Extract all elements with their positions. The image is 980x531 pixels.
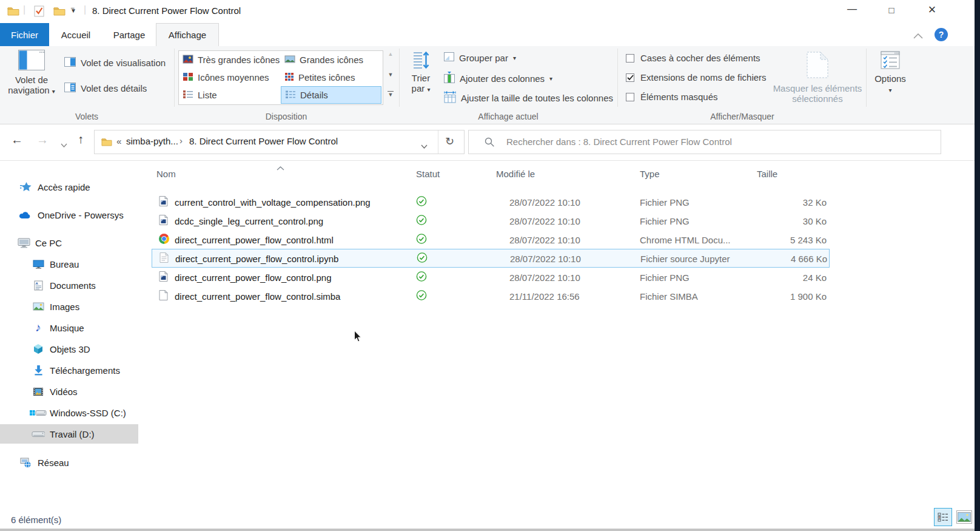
sidebar-label: Objets 3D <box>50 344 90 354</box>
pictures-icon <box>32 300 45 313</box>
file-extensions-option[interactable]: Extensions de noms de fichiers <box>626 72 767 83</box>
group-by-button[interactable]: Grouper par ▾ <box>444 52 516 63</box>
nav-pane-button[interactable]: Volet de navigation ▾ <box>6 50 57 96</box>
qat-customize-caret-icon[interactable]: ▼– <box>70 7 76 14</box>
music-icon: ♪ <box>32 321 45 334</box>
view-medium-icons[interactable]: Icônes moyennes <box>179 69 280 86</box>
options-button[interactable]: Options ▾ <box>871 51 910 95</box>
png-file-icon <box>159 214 168 227</box>
dropdown-caret-icon: ▾ <box>549 75 552 82</box>
breadcrumb-overflow[interactable]: « <box>116 136 121 146</box>
sidebar-item-drive-d[interactable]: Travail (D:) <box>0 424 138 444</box>
file-row[interactable]: direct_current_power_flow_control.simba … <box>152 286 830 305</box>
gallery-scroll-down-icon[interactable]: ▼ <box>386 72 395 78</box>
large-icons-icon <box>284 55 295 65</box>
file-name[interactable]: direct_current_power_flow_control.html <box>175 234 334 245</box>
add-columns-button[interactable]: Ajouter des colonnes ▾ <box>444 72 552 85</box>
sidebar-item-pictures[interactable]: Images <box>0 297 138 316</box>
column-header-status[interactable]: Statut <box>416 169 440 179</box>
up-icon[interactable]: ↑ <box>78 132 84 146</box>
item-checkboxes-option[interactable]: Cases à cocher des éléments <box>626 53 760 63</box>
details-pane-button[interactable]: Volet des détails <box>64 83 147 94</box>
sidebar-item-desktop[interactable]: Bureau <box>0 254 138 274</box>
file-extensions-label: Extensions de noms de fichiers <box>640 72 767 83</box>
preview-pane-label: Volet de visualisation <box>81 58 166 68</box>
checkbox-unchecked-icon[interactable] <box>626 54 634 63</box>
sidebar-item-music[interactable]: ♪ Musique <box>0 318 138 337</box>
file-name[interactable]: direct_current_power_flow_control.simba <box>175 291 340 301</box>
file-name[interactable]: direct_current_power_flow_control.ipynb <box>175 253 338 263</box>
file-name[interactable]: direct_current_power_flow_control.png <box>175 272 331 282</box>
options-label: Options <box>874 73 906 84</box>
file-row[interactable]: dcdc_single_leg_current_control.png 28/0… <box>152 211 830 230</box>
column-header-size[interactable]: Taille <box>757 169 777 179</box>
file-name[interactable]: current_control_with_voltage_compensatio… <box>175 197 371 207</box>
sidebar-item-this-pc[interactable]: Ce PC <box>0 233 138 252</box>
file-row[interactable]: direct_current_power_flow_control.html 2… <box>152 230 830 249</box>
content-divider <box>0 160 975 161</box>
view-details[interactable]: Détails <box>281 86 381 104</box>
tab-partage[interactable]: Partage <box>102 23 156 46</box>
view-small-icons[interactable]: Petites icônes <box>281 69 381 86</box>
sidebar-label: Téléchargements <box>50 365 120 376</box>
sidebar-item-quick-access[interactable]: Accès rapide <box>0 177 138 197</box>
column-header-modified[interactable]: Modifié le <box>496 169 535 179</box>
maximize-button[interactable]: □ <box>878 0 905 22</box>
view-extra-large-icons[interactable]: Très grandes icônes <box>179 51 280 69</box>
sort-ascending-caret-icon[interactable] <box>277 162 284 173</box>
qat-folder-icon[interactable] <box>53 6 65 18</box>
preview-pane-button[interactable]: Volet de visualisation <box>64 57 166 69</box>
group-label-volets: Volets <box>75 112 98 121</box>
breadcrumb-root[interactable]: simba-pyth... <box>126 136 178 146</box>
refresh-icon[interactable]: ↻ <box>445 135 454 148</box>
tab-fichier[interactable]: Fichier <box>0 23 49 46</box>
sidebar-item-network[interactable]: Réseau <box>0 453 138 472</box>
hidden-items-label: Éléments masqués <box>640 92 718 102</box>
file-size: 30 Ko <box>716 215 827 226</box>
sidebar-item-downloads[interactable]: Téléchargements <box>0 360 138 380</box>
file-name[interactable]: dcdc_single_leg_current_control.png <box>175 215 323 226</box>
gallery-more-icon[interactable]: ▼ <box>388 91 394 98</box>
sidebar-label: Documents <box>50 280 96 291</box>
tab-accueil[interactable]: Accueil <box>49 23 102 46</box>
help-icon[interactable]: ? <box>935 28 948 41</box>
file-row-selected[interactable]: direct_current_power_flow_control.ipynb … <box>152 249 830 268</box>
tab-affichage[interactable]: Affichage <box>156 23 219 46</box>
hide-selected-icon <box>806 51 829 81</box>
checkbox-checked-icon[interactable] <box>626 73 634 82</box>
search-box[interactable]: Rechercher dans : 8. Direct Current Powe… <box>468 130 941 154</box>
file-row[interactable]: direct_current_power_flow_control.png 28… <box>152 268 830 286</box>
file-modified: 28/07/2022 10:10 <box>510 253 581 263</box>
sidebar-item-onedrive[interactable]: OneDrive - Powersys <box>0 205 138 225</box>
sidebar-item-3d-objects[interactable]: Objets 3D <box>0 339 138 359</box>
checkbox-unchecked-icon[interactable] <box>626 93 634 101</box>
column-header-name[interactable]: Nom <box>156 169 176 179</box>
sidebar-item-drive-c[interactable]: Windows-SSD (C:) <box>0 403 138 422</box>
qat-confirm-icon[interactable] <box>33 5 45 19</box>
breadcrumb-separator-icon[interactable]: › <box>180 135 183 146</box>
sort-by-button[interactable]: Trier par ▾ <box>403 51 439 95</box>
view-list[interactable]: Liste <box>179 86 280 104</box>
sidebar-item-videos[interactable]: Vidéos <box>0 382 138 401</box>
gallery-scroll-up-icon[interactable]: ▲ <box>386 51 395 57</box>
hide-selected-button[interactable]: Masquer les éléments sélectionnés <box>771 51 864 104</box>
view-large-icons[interactable]: Grandes icônes <box>281 51 381 69</box>
minimize-button[interactable]: — <box>838 0 866 22</box>
back-icon[interactable]: ← <box>11 133 23 147</box>
sidebar-item-documents[interactable]: Documents <box>0 276 138 295</box>
recent-locations-caret-icon[interactable] <box>61 139 67 150</box>
collapse-ribbon-icon[interactable] <box>913 30 923 41</box>
column-header-type[interactable]: Type <box>640 169 660 179</box>
file-row[interactable]: current_control_with_voltage_compensatio… <box>152 192 830 211</box>
breadcrumb-current[interactable]: 8. Direct Current Power Flow Control <box>189 136 338 146</box>
sync-status-icon <box>416 214 427 227</box>
close-button[interactable]: × <box>918 0 946 22</box>
forward-icon[interactable]: → <box>36 133 49 147</box>
thumbnail-view-toggle[interactable] <box>956 510 972 524</box>
details-view-toggle[interactable] <box>934 508 952 526</box>
hidden-items-option[interactable]: Éléments masqués <box>626 92 718 102</box>
address-dropdown-caret-icon[interactable] <box>421 140 428 151</box>
add-columns-icon <box>444 72 455 85</box>
fit-columns-button[interactable]: Ajuster la taille de toutes les colonnes <box>444 91 613 105</box>
address-bar[interactable]: « simba-pyth... › 8. Direct Current Powe… <box>94 130 465 154</box>
